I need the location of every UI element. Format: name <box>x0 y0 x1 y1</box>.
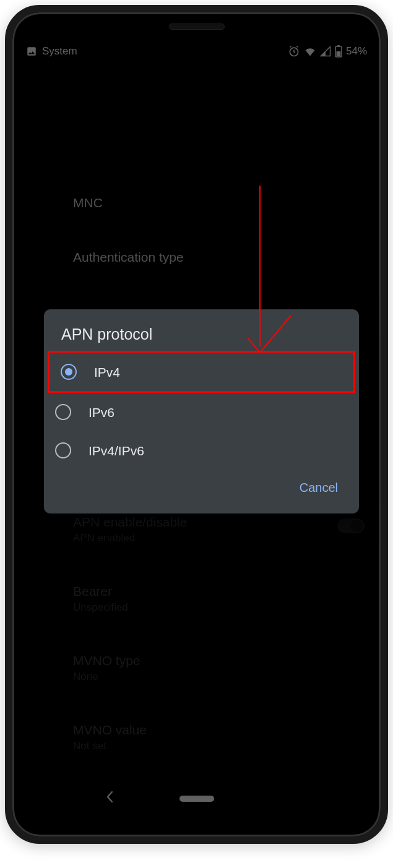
option-ipv6[interactable]: IPv6 <box>44 393 359 431</box>
option-label: IPv4 <box>94 364 120 380</box>
option-label: IPv4/IPv6 <box>89 443 144 458</box>
phone-frame: System 54% <box>5 5 388 844</box>
option-label: IPv6 <box>89 405 114 420</box>
speaker-grille <box>169 24 225 30</box>
radio-selected-icon <box>61 364 77 380</box>
apn-protocol-dialog: APN protocol IPv4 IPv6 IPv4/IPv6 Cancel <box>44 309 359 513</box>
radio-unselected-icon <box>55 404 71 420</box>
dialog-title: APN protocol <box>44 325 359 351</box>
radio-unselected-icon <box>55 442 71 458</box>
option-ipv4[interactable]: IPv4 <box>48 351 355 393</box>
option-ipv4-ipv6[interactable]: IPv4/IPv6 <box>44 431 359 470</box>
cancel-button[interactable]: Cancel <box>296 475 342 501</box>
